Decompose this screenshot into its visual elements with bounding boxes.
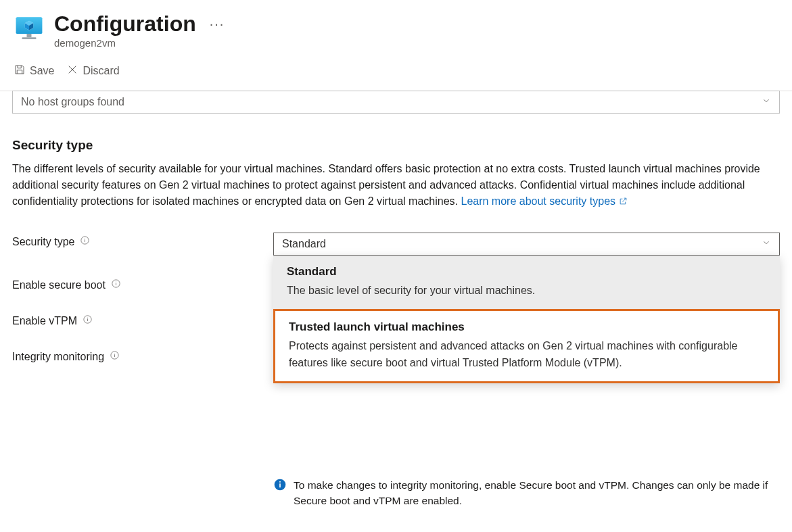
discard-button[interactable]: Discard bbox=[66, 64, 119, 78]
section-description: The different levels of security availab… bbox=[12, 161, 780, 210]
info-filled-icon bbox=[273, 478, 287, 493]
option-description: Protects against persistent and advanced… bbox=[289, 338, 764, 372]
chevron-down-icon bbox=[762, 238, 771, 250]
secure-boot-label-text: Enable secure boot bbox=[12, 279, 106, 291]
page-title: Configuration bbox=[54, 12, 196, 36]
security-type-label-text: Security type bbox=[12, 236, 74, 248]
option-description: The basic level of security for your vir… bbox=[287, 283, 766, 299]
learn-more-link[interactable]: Learn more about security types bbox=[461, 195, 627, 207]
field-label-security-type: Security type bbox=[12, 233, 273, 248]
section-title-security-type: Security type bbox=[12, 138, 780, 153]
host-group-dropdown[interactable]: No host groups found bbox=[12, 91, 780, 114]
integrity-monitoring-info-callout: To make changes to integrity monitoring,… bbox=[273, 478, 774, 508]
resource-name: demogen2vm bbox=[54, 37, 225, 49]
info-icon[interactable] bbox=[83, 314, 93, 327]
info-icon[interactable] bbox=[111, 279, 121, 291]
security-type-option-standard[interactable]: Standard The basic level of security for… bbox=[273, 256, 780, 309]
host-group-dropdown-text: No host groups found bbox=[21, 96, 124, 108]
close-icon bbox=[66, 64, 78, 78]
save-icon bbox=[14, 64, 26, 78]
vm-icon bbox=[15, 15, 43, 43]
save-button[interactable]: Save bbox=[14, 64, 54, 78]
more-actions-button[interactable]: ··· bbox=[210, 16, 225, 32]
command-bar: Save Discard bbox=[12, 61, 780, 85]
external-link-icon bbox=[619, 195, 628, 207]
security-type-dropdown-panel: Standard The basic level of security for… bbox=[273, 256, 780, 383]
integrity-monitoring-label-text: Integrity monitoring bbox=[12, 351, 104, 363]
save-button-label: Save bbox=[30, 65, 54, 77]
svg-rect-13 bbox=[279, 484, 281, 488]
security-form: Security type Standard Standard The basi… bbox=[12, 233, 780, 363]
learn-more-link-text: Learn more about security types bbox=[461, 195, 615, 207]
svg-rect-14 bbox=[279, 481, 281, 483]
security-type-option-trusted-launch[interactable]: Trusted launch virtual machines Protects… bbox=[273, 309, 780, 383]
field-label-vtpm: Enable vTPM bbox=[12, 312, 273, 327]
security-type-selected-value: Standard bbox=[282, 238, 326, 250]
chevron-down-icon bbox=[762, 96, 771, 108]
vtpm-label-text: Enable vTPM bbox=[12, 315, 77, 327]
field-label-secure-boot: Enable secure boot bbox=[12, 276, 273, 291]
security-type-select[interactable]: Standard Standard The basic level of sec… bbox=[273, 233, 780, 256]
callout-text: To make changes to integrity monitoring,… bbox=[294, 478, 774, 508]
svg-rect-3 bbox=[22, 37, 37, 39]
section-description-text: The different levels of security availab… bbox=[12, 163, 760, 207]
option-title: Trusted launch virtual machines bbox=[289, 320, 764, 334]
option-title: Standard bbox=[287, 265, 766, 279]
discard-button-label: Discard bbox=[83, 65, 119, 77]
page-header: Configuration ··· demogen2vm bbox=[15, 12, 780, 49]
info-icon[interactable] bbox=[110, 350, 120, 363]
svg-rect-2 bbox=[27, 34, 32, 37]
info-icon[interactable] bbox=[80, 235, 90, 248]
field-label-integrity-monitoring: Integrity monitoring bbox=[12, 347, 273, 363]
